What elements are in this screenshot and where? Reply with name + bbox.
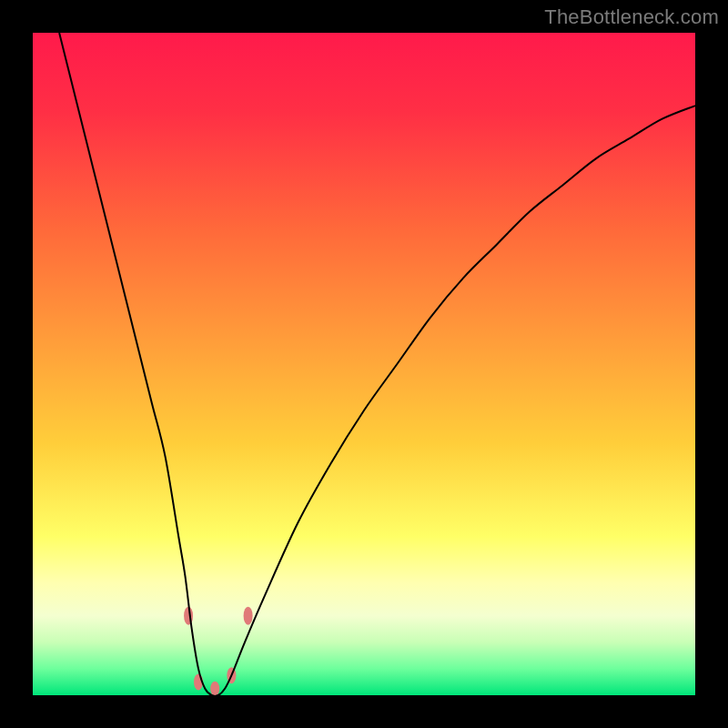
- chart-stage: TheBottleneck.com: [0, 0, 728, 728]
- watermark-text: TheBottleneck.com: [544, 5, 719, 29]
- plot-area: [33, 33, 695, 695]
- bottleneck-curve: [59, 33, 695, 695]
- marker-bottom-mid: [210, 682, 219, 695]
- marker-right: [244, 607, 253, 625]
- curve-layer: [33, 33, 695, 695]
